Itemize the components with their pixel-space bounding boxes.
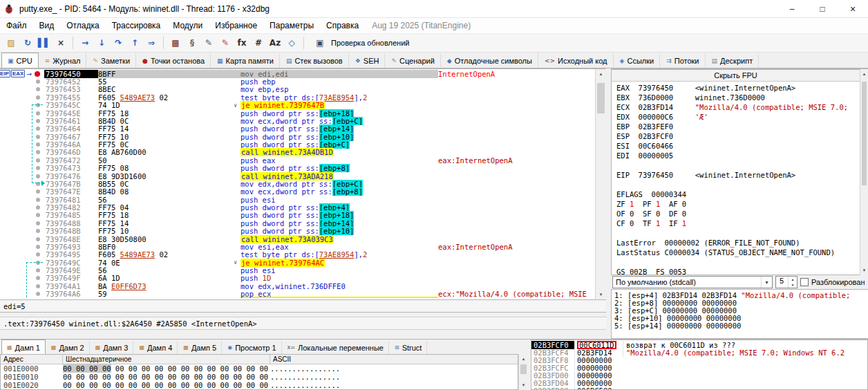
patches-icon[interactable]: § [185, 35, 200, 50]
register-line[interactable]: LastStatus C0000034 (STATUS_OBJECT_NAME_… [616, 248, 855, 258]
row-dot-icon[interactable] [36, 221, 40, 225]
fx-icon[interactable]: fx [234, 35, 249, 50]
menu-favourites[interactable]: Избранное [209, 21, 263, 30]
maximize-button[interactable]: □ [807, 0, 838, 17]
disasm-row[interactable]: 7397645EFF75 18push dword ptr ss:[ebp+18… [0, 109, 595, 117]
disasm-row[interactable]: 73976464FF75 14push dword ptr ss:[ebp+14… [0, 125, 595, 133]
stack-row[interactable]: 02B3FCFC00000000 [531, 364, 867, 371]
check-updates-button[interactable]: ▣ Проверка обновлений [312, 35, 409, 50]
row-dot-icon[interactable] [36, 229, 40, 233]
disasm-row[interactable]: 73976455F605 5489AE73 02test byte ptr ds… [0, 93, 595, 101]
scroll-down-icon[interactable]: ▼ [596, 290, 606, 299]
menu-modules[interactable]: Модули [167, 21, 209, 30]
stack-row[interactable]: 02B3FCF000C6011Dвозврат к 00C6011D из ??… [531, 341, 867, 349]
hash-icon[interactable]: # [251, 35, 266, 50]
assemble-icon[interactable]: ✎ [201, 35, 216, 50]
disasm-row[interactable]: EIPEAX→739764508BFFmov edi,ediInternetOp… [0, 70, 595, 77]
disasm-row[interactable]: 73976476E8 9D3D1600call wininet.73ADA218 [0, 172, 595, 180]
tab-breakpoints[interactable]: ●Точки останова [136, 53, 211, 68]
scroll-track[interactable] [519, 364, 528, 380]
stack-row[interactable]: 02B3FCF800000000 [531, 356, 867, 364]
disasm-row[interactable]: 7397649E56push esi [0, 266, 595, 274]
menu-trace[interactable]: Трассировка [106, 21, 167, 30]
tab-dump3[interactable]: ▦Дамп 3 [90, 340, 134, 354]
pause-icon[interactable]: ▌▌ [37, 35, 52, 50]
stack-row[interactable]: 02B3FCF402B3FD14"Mozilla/4.0 (compatible… [531, 349, 867, 356]
disasm-row[interactable]: 7397646DE8 AB760D00call wininet.73A4DB1D [0, 149, 595, 156]
register-line[interactable]: EFLAGS 00000344 [616, 190, 855, 200]
disasm-row[interactable]: 739764938BF0mov esi,eaxeax:InternetOpenA [0, 243, 595, 250]
menu-file[interactable]: Файл [0, 21, 33, 30]
tab-dump4[interactable]: ▦Дамп 4 [133, 340, 178, 354]
register-line[interactable] [616, 180, 855, 190]
step-into-icon[interactable]: ↓ [94, 35, 109, 50]
register-line[interactable] [616, 229, 855, 239]
dump-row[interactable]: 001E000000 00 00 00 00 00 00 00 00 00 00… [1, 364, 518, 373]
scroll-up-icon[interactable]: ▲ [860, 69, 868, 79]
register-line[interactable]: EDX 000000C6 'Æ' [616, 113, 855, 122]
calling-convention-select[interactable]: По умолчанию (stdcall) ▼ [612, 276, 773, 288]
row-dot-icon[interactable] [36, 213, 40, 217]
disasm-row[interactable]: 73976473FF75 08push dword ptr ss:[ebp+8] [0, 165, 595, 172]
stack-row[interactable]: 02B3FD08006BC580 [531, 387, 867, 390]
register-line[interactable]: LastError 00000002 (ERROR_FILE_NOT_FOUND… [616, 239, 855, 248]
register-line[interactable]: EDI 00000005 [616, 151, 855, 161]
disasm-row[interactable]: 73976485FF75 18push dword ptr ss:[ebp+18… [0, 212, 595, 219]
close-button[interactable]: × [838, 0, 868, 17]
arg-row[interactable]: 2: [esp+8] 00000000 00000000 [614, 299, 865, 306]
disasm-row[interactable]: 7397649C74 0E∨je wininet.739764AC [0, 259, 595, 266]
dump-scrollbar[interactable]: ▲ ▼ [518, 354, 528, 390]
tab-dump2[interactable]: ▦Дамп 2 [46, 340, 90, 354]
run-icon[interactable]: → [77, 35, 93, 50]
tab-notes[interactable]: ✎Заметки [86, 53, 136, 68]
scroll-thumb[interactable] [597, 83, 605, 113]
disasm-row[interactable]: 7397648156push esi [0, 196, 595, 203]
register-line[interactable]: ZF 1 PF 1 AF 0 [616, 200, 855, 210]
disasm-row[interactable]: 73976488FF75 14push dword ptr ss:[ebp+14… [0, 219, 595, 227]
az-icon[interactable]: Az [267, 35, 283, 50]
scroll-track[interactable] [860, 79, 868, 266]
dump-row[interactable]: 001E002000 00 00 00 00 00 00 00 00 00 00… [1, 381, 518, 389]
breakpoint-dot-icon[interactable] [35, 71, 40, 77]
disasm-row[interactable]: 7397647B8B55 0Cmov edx,dword ptr ss:[ebp… [0, 180, 595, 187]
disasm-row[interactable]: 7397646AFF75 0Cpush dword ptr ss:[ebp+C] [0, 140, 595, 148]
menu-view[interactable]: Вид [33, 21, 61, 30]
row-dot-icon[interactable] [36, 80, 40, 84]
scroll-up-icon[interactable]: ▲ [519, 354, 528, 364]
register-line[interactable]: EAX 73976450 <wininet.InternetOpenA> [616, 84, 855, 93]
row-dot-icon[interactable] [36, 95, 40, 100]
tab-dump1[interactable]: ▦Дамп 1 [1, 340, 46, 354]
run-to-user-code-icon[interactable]: ⇒ [144, 35, 159, 50]
scroll-thumb[interactable] [862, 82, 867, 185]
disasm-row[interactable]: 73976467FF75 10push dword ptr ss:[ebp+10… [0, 133, 595, 140]
disasm-row[interactable]: 7397645255push ebp [0, 77, 595, 85]
row-dot-icon[interactable] [36, 245, 40, 249]
register-line[interactable]: ESI 00C60466 [616, 142, 855, 151]
dump-col-header[interactable]: Адрес [1, 355, 63, 364]
tab-log[interactable]: ≡Журнал [39, 53, 87, 68]
disasm-row[interactable]: 73976495F605 5489AE73 02test byte ptr ds… [0, 251, 595, 259]
disasm-row[interactable]: 7397649F6A 1Dpush 1D [0, 275, 595, 282]
stack-row[interactable]: 02B3FD0000000000 [531, 371, 867, 379]
row-dot-icon[interactable] [36, 205, 40, 210]
tab-source[interactable]: <>Исходный код [538, 53, 614, 68]
disasm-row[interactable]: 739764A659pop ecxecx:"Mozilla/4.0 (compa… [0, 290, 595, 298]
minimize-button[interactable]: – [777, 0, 807, 17]
register-line[interactable]: EBP 02B3FEF0 [616, 122, 855, 132]
disasm-row[interactable]: 739764538BECmov ebp,esp [0, 86, 595, 93]
row-dot-icon[interactable] [36, 252, 40, 257]
scroll-down-icon[interactable]: ▼ [860, 266, 868, 275]
tab-seh[interactable]: ❖SEH [349, 53, 386, 68]
tab-watch1[interactable]: ◉Просмотр 1 [222, 340, 281, 354]
unlock-checkbox[interactable] [800, 278, 809, 286]
dump-row[interactable]: 001E001000 00 00 00 00 00 00 00 00 00 00… [1, 373, 518, 381]
tab-script[interactable]: ✎Сценарий [385, 53, 440, 68]
open-file-icon[interactable]: ▨ [3, 35, 19, 50]
tab-struct[interactable]: ⊞Struct [389, 340, 427, 354]
register-line[interactable]: GS 002B FS 0053 [616, 268, 855, 275]
restart-icon[interactable]: ↻ [20, 35, 35, 50]
menu-debug[interactable]: Отладка [60, 21, 105, 30]
step-out-icon[interactable]: ↑ [127, 35, 142, 50]
arg-row[interactable]: 4: [esp+10] 00000000 00000000 [614, 314, 865, 322]
register-line[interactable]: EBX 736D0000 wininet.736D0000 [616, 93, 855, 103]
